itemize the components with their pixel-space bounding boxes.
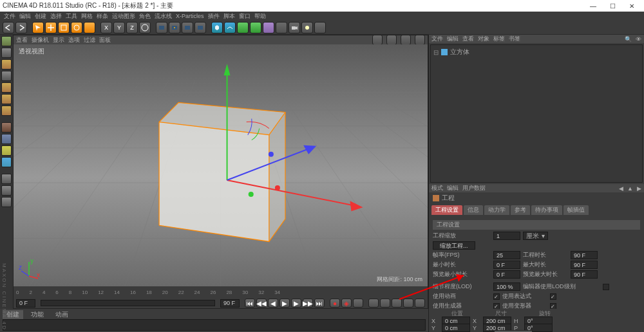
redo-button[interactable]: [15, 22, 27, 33]
close-button[interactable]: ✕: [622, 1, 641, 11]
point-mode-button[interactable]: [1, 82, 12, 93]
timeline-ruler[interactable]: 0 2 4 6 8 10 12 14 16 18 20 22 24 26 28 …: [14, 286, 428, 298]
scale-project-button[interactable]: 缩放工程...: [433, 241, 475, 250]
vp-menu-options[interactable]: 选项: [68, 36, 80, 44]
workplane2-button[interactable]: [1, 157, 12, 167]
tab-todo[interactable]: 待办事项: [531, 205, 562, 215]
object-manager[interactable]: ⊟ 立方体: [430, 44, 643, 183]
pmintime-input[interactable]: [493, 270, 520, 279]
attr-menu-edit[interactable]: 编辑: [447, 184, 459, 192]
autokey-button[interactable]: ◈: [341, 299, 352, 308]
menu-tools[interactable]: 工具: [66, 12, 77, 21]
scale-input[interactable]: [493, 232, 520, 240]
menu-script[interactable]: 脚本: [223, 12, 235, 21]
obj-menu-view[interactable]: 查看: [462, 35, 474, 43]
menu-mograph[interactable]: 运动图形: [112, 12, 135, 21]
pmaxtime-input[interactable]: [571, 270, 598, 279]
spline-button[interactable]: [224, 22, 236, 33]
obj-menu-edit[interactable]: 编辑: [447, 35, 459, 43]
tab-dynamics[interactable]: 动力学: [484, 205, 509, 215]
xp-button[interactable]: [314, 22, 326, 33]
use-deformers-checkbox[interactable]: [550, 303, 556, 309]
attr-menu-userdata[interactable]: 用户数据: [462, 184, 486, 192]
vp-menu-display[interactable]: 显示: [53, 36, 64, 44]
vp-nav1-button[interactable]: [372, 35, 383, 45]
prev-key-button[interactable]: ◀◀: [256, 299, 267, 308]
obj-search-icon[interactable]: 🔍: [625, 36, 632, 42]
render-settings-button[interactable]: [194, 22, 206, 33]
vp-menu-view[interactable]: 查看: [16, 36, 28, 44]
scale-unit-dropdown[interactable]: 厘米▾: [523, 232, 548, 240]
cube-primitive-button[interactable]: [211, 22, 223, 33]
attr-back-icon[interactable]: ◀: [619, 185, 623, 192]
select-tool-button[interactable]: [32, 22, 44, 33]
tab-project-settings[interactable]: 工程设置: [431, 205, 462, 215]
vp-nav2-button[interactable]: [386, 35, 397, 45]
axis-button[interactable]: [1, 122, 12, 133]
x-axis-button[interactable]: X: [100, 22, 112, 33]
lod-editor-checkbox[interactable]: [603, 284, 609, 290]
menu-xparticles[interactable]: X-Particles: [176, 13, 204, 19]
environment-button[interactable]: [276, 22, 287, 33]
fps-input[interactable]: [493, 251, 520, 259]
obj-menu-file[interactable]: 文件: [431, 35, 443, 43]
workplane-button[interactable]: [1, 71, 12, 81]
key-param-button[interactable]: [403, 299, 413, 308]
viewport-solo-button[interactable]: [1, 134, 12, 144]
pos-y-input[interactable]: [442, 324, 470, 332]
sb-tab-anim[interactable]: 动画: [52, 310, 72, 319]
mintime-input[interactable]: [493, 261, 520, 269]
menu-pipeline[interactable]: 流水线: [155, 12, 172, 21]
menu-select[interactable]: 选择: [50, 12, 62, 21]
tab-interp[interactable]: 帧插值: [564, 205, 589, 215]
edge-mode-button[interactable]: [1, 94, 12, 104]
rotate-tool-button[interactable]: [71, 22, 82, 33]
light-button[interactable]: [301, 22, 313, 33]
menu-window[interactable]: 窗口: [239, 12, 251, 21]
key-rot-button[interactable]: [392, 299, 402, 308]
tab-referencing[interactable]: 参考: [511, 205, 530, 215]
z-axis-button[interactable]: Z: [126, 22, 138, 33]
obj-menu-tags[interactable]: 标签: [493, 35, 505, 43]
lod-input[interactable]: [493, 282, 520, 291]
vp-menu-filter[interactable]: 过滤: [84, 36, 95, 44]
next-key-button[interactable]: ▶▶: [303, 299, 313, 308]
viewport-canvas[interactable]: 透视视图 网格间距: 100 cm y x z: [14, 44, 428, 286]
generator-button[interactable]: [237, 22, 249, 33]
key-scale-button[interactable]: [380, 299, 390, 308]
deformer-button[interactable]: [263, 22, 274, 33]
obj-menu-bookmarks[interactable]: 书签: [509, 35, 520, 43]
tab-info[interactable]: 信息: [464, 205, 483, 215]
play-button[interactable]: ▶: [279, 299, 290, 308]
render-view-button[interactable]: [156, 22, 167, 33]
attr-menu-mode[interactable]: 模式: [431, 184, 443, 192]
maxtime-input[interactable]: [571, 261, 598, 269]
vp-nav4-button[interactable]: [415, 35, 425, 45]
sb-tab-func[interactable]: 功能: [27, 310, 48, 319]
use-animation-checkbox[interactable]: [493, 293, 500, 300]
snap-button[interactable]: [1, 145, 12, 156]
vp-menu-camera[interactable]: 摄像机: [32, 36, 49, 44]
menu-create[interactable]: 创建: [35, 12, 46, 21]
menu-mesh[interactable]: 网格: [81, 12, 93, 21]
generator2-button[interactable]: [250, 22, 261, 33]
goto-start-button[interactable]: ⏮: [245, 299, 255, 308]
key-pla-button[interactable]: [415, 299, 425, 308]
scale-tool-button[interactable]: [58, 22, 70, 33]
vp-menu-panel[interactable]: 面板: [99, 36, 111, 44]
misc2-button[interactable]: [1, 185, 12, 196]
last-tool-button[interactable]: [84, 22, 95, 33]
misc3-button[interactable]: [1, 197, 12, 207]
frame-start-input[interactable]: [16, 299, 35, 308]
menu-character[interactable]: 角色: [139, 12, 151, 21]
object-item-cube[interactable]: ⊟ 立方体: [433, 48, 639, 57]
key-pos-button[interactable]: [368, 299, 379, 308]
frame-end-input[interactable]: [220, 299, 240, 308]
attr-fwd-icon[interactable]: ▶: [637, 185, 641, 192]
y-axis-button[interactable]: Y: [113, 22, 125, 33]
coord-system-button[interactable]: [139, 22, 151, 33]
render-region-button[interactable]: [169, 22, 180, 33]
move-tool-button[interactable]: [45, 22, 57, 33]
record-button[interactable]: ●: [330, 299, 340, 308]
attr-up-icon[interactable]: ▲: [627, 185, 633, 192]
